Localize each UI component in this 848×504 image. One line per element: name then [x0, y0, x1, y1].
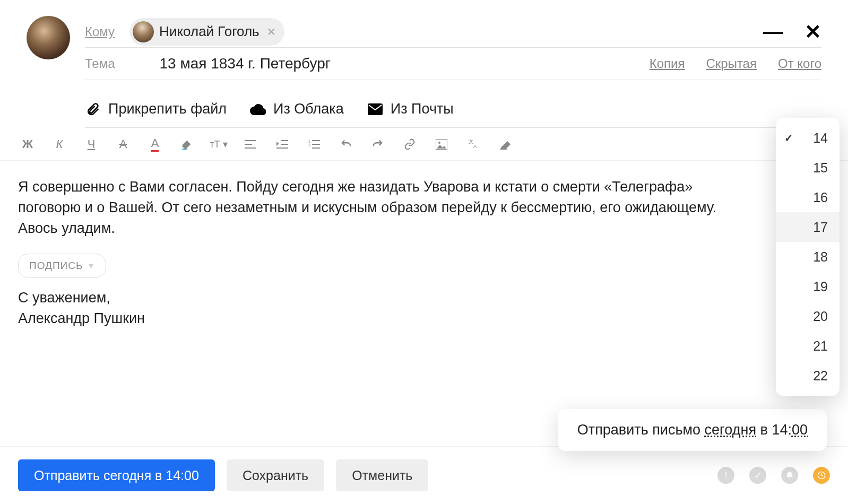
redo-button[interactable]	[368, 135, 387, 154]
svg-text:文: 文	[469, 139, 473, 144]
attach-file-label: Прикрепить файл	[108, 101, 227, 117]
cloud-icon	[250, 101, 266, 117]
underline-button[interactable]: Ч	[82, 135, 101, 154]
list-button[interactable]: 12	[305, 135, 324, 154]
hour-option[interactable]: 21	[776, 331, 840, 361]
schedule-icon[interactable]	[813, 467, 830, 484]
hours-dropdown[interactable]: 141516171819202122	[776, 118, 840, 396]
link-button[interactable]	[400, 135, 419, 154]
header-links: Копия Скрытая От кого	[650, 56, 821, 71]
svg-text:2: 2	[308, 143, 310, 147]
attach-row: Прикрепить файл Из Облака Из Почты	[85, 91, 821, 128]
hour-option[interactable]: 20	[776, 301, 840, 331]
italic-button[interactable]: К	[50, 135, 69, 154]
schedule-text-mid: в 14:	[756, 422, 792, 438]
image-button[interactable]	[432, 135, 451, 154]
cc-link[interactable]: Копия	[650, 56, 685, 71]
translate-button[interactable]: 文A	[464, 135, 483, 154]
attach-cloud-label: Из Облака	[273, 101, 344, 117]
bold-button[interactable]: Ж	[18, 135, 37, 154]
svg-text:1: 1	[308, 140, 310, 143]
header-fields: Кому Николай Гоголь ✕ — ✕ Тема Копия Скр…	[85, 16, 821, 128]
svg-rect-1	[182, 149, 187, 150]
hour-option[interactable]: 19	[776, 272, 840, 301]
strikethrough-button[interactable]: A	[114, 135, 133, 154]
indent-button[interactable]	[273, 135, 292, 154]
hour-option[interactable]: 22	[776, 361, 840, 390]
attach-cloud-button[interactable]: Из Облака	[250, 101, 344, 117]
bcc-link[interactable]: Скрытая	[706, 56, 757, 71]
subject-field-row: Тема Копия Скрытая От кого	[85, 48, 821, 80]
recipient-avatar	[133, 21, 154, 42]
paperclip-icon	[85, 101, 101, 117]
schedule-popup: Отправить письмо сегодня в 14:00	[558, 409, 827, 451]
hour-option[interactable]: 18	[776, 242, 840, 272]
recipient-chip[interactable]: Николай Гоголь ✕	[129, 18, 284, 46]
subject-label: Тема	[85, 56, 115, 71]
footer-icons: ! ✓	[717, 467, 830, 484]
hour-option[interactable]: 15	[776, 153, 840, 183]
text-color-button[interactable]: A	[145, 135, 165, 154]
signature-label: ПОДПИСЬ	[29, 258, 83, 273]
signature-button[interactable]: ПОДПИСЬ ▼	[18, 254, 106, 278]
recipient-name: Николай Гоголь	[159, 23, 259, 40]
to-label[interactable]: Кому	[85, 24, 115, 39]
formatting-toolbar: Ж К Ч A A тТ ▾ 12 文A Ꭿ	[0, 128, 848, 161]
compose-footer: Отправить сегодня в 14:00 Сохранить Отме…	[0, 446, 848, 504]
schedule-minutes-picker[interactable]: 00	[792, 422, 808, 438]
close-button[interactable]: ✕	[804, 22, 821, 42]
readreceipt-icon[interactable]: ✓	[749, 467, 766, 484]
attach-file-button[interactable]: Прикрепить файл	[85, 101, 227, 117]
font-size-button[interactable]: тТ ▾	[209, 135, 228, 154]
hour-option[interactable]: 14	[776, 123, 840, 153]
hour-option[interactable]: 16	[776, 183, 840, 212]
minimize-button[interactable]: —	[763, 22, 783, 42]
save-button[interactable]: Сохранить	[227, 459, 324, 491]
align-button[interactable]	[241, 135, 260, 154]
compose-header: Кому Николай Гоголь ✕ — ✕ Тема Копия Скр…	[0, 0, 848, 128]
from-link[interactable]: От кого	[778, 56, 821, 71]
cancel-button[interactable]: Отменить	[336, 459, 428, 491]
schedule-day-picker[interactable]: сегодня	[705, 422, 756, 438]
sender-avatar	[27, 16, 70, 59]
svg-text:A: A	[473, 144, 477, 149]
body-paragraph: Я совершенно с Вами согласен. Пойду сего…	[18, 177, 719, 239]
window-controls: — ✕	[763, 22, 821, 42]
hour-option[interactable]: 17	[776, 212, 840, 242]
signature-greeting: С уважением,	[18, 288, 830, 308]
clear-format-button[interactable]	[496, 135, 515, 154]
subject-input[interactable]	[160, 48, 650, 80]
undo-button[interactable]	[336, 135, 356, 154]
close-icon[interactable]: ✕	[267, 25, 276, 38]
attach-mail-label: Из Почты	[391, 101, 454, 117]
schedule-text-prefix: Отправить письмо	[577, 422, 705, 438]
svg-point-14	[438, 142, 440, 144]
send-button[interactable]: Отправить сегодня в 14:00	[18, 459, 215, 491]
svg-rect-17	[500, 149, 507, 150]
highlight-button[interactable]	[177, 135, 196, 154]
signature-name: Александр Пушкин	[18, 308, 830, 329]
chevron-down-icon: ▼	[87, 260, 95, 271]
to-field-row: Кому Николай Гоголь ✕ — ✕	[85, 16, 821, 48]
reminder-icon[interactable]	[781, 467, 798, 484]
editor-body[interactable]: Я совершенно с Вами согласен. Пойду сего…	[0, 161, 848, 345]
important-icon[interactable]: !	[717, 467, 734, 484]
mail-icon	[367, 101, 383, 117]
attach-mail-button[interactable]: Из Почты	[367, 101, 454, 117]
